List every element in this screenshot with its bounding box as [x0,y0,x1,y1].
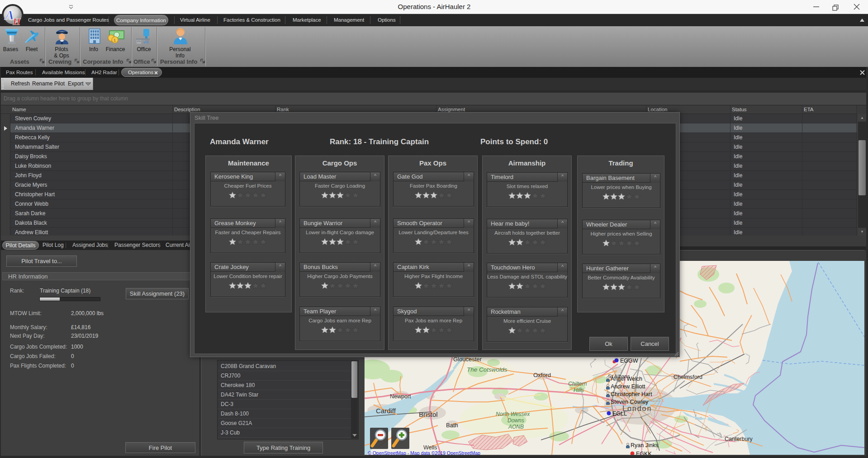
svg-text:Cardiff: Cardiff [376,407,396,415]
svg-text:Newport: Newport [390,393,411,400]
svg-text:Ryan Jinks: Ryan Jinks [631,442,658,449]
svg-text:Bath: Bath [446,422,458,429]
svg-text:Downs: Downs [508,417,524,424]
svg-text:Angel Welch: Angel Welch [611,376,642,382]
svg-text:North Wessex: North Wessex [496,411,530,417]
svg-text:1: 1 [114,38,116,42]
svg-text:Oxford: Oxford [533,372,551,378]
svg-text:The Cotswolds: The Cotswolds [467,366,508,373]
svg-text:Hills: Hills [574,387,584,393]
svg-text:Chelmsford: Chelmsford [674,374,702,380]
svg-text:EGGW: EGGW [620,358,638,364]
svg-text:AONB: AONB [508,424,524,430]
svg-text:Chiltern: Chiltern [568,381,587,387]
svg-text:Bristol: Bristol [419,411,438,418]
svg-text:H: H [12,16,21,27]
svg-text:EGKK: EGKK [636,451,652,455]
svg-text:Wells: Wells [423,444,437,451]
svg-text:Canterbury: Canterbury [725,436,753,442]
svg-text:EGLL: EGLL [612,411,627,417]
svg-text:Steven Cowley: Steven Cowley [611,399,649,405]
svg-text:Andrew Elliott: Andrew Elliott [611,383,645,390]
svg-text:Christopher Hart: Christopher Hart [611,391,652,397]
svg-text:© OpenStreetMap - Map data ©20: © OpenStreetMap - Map data ©2019 OpenStr… [368,450,480,455]
